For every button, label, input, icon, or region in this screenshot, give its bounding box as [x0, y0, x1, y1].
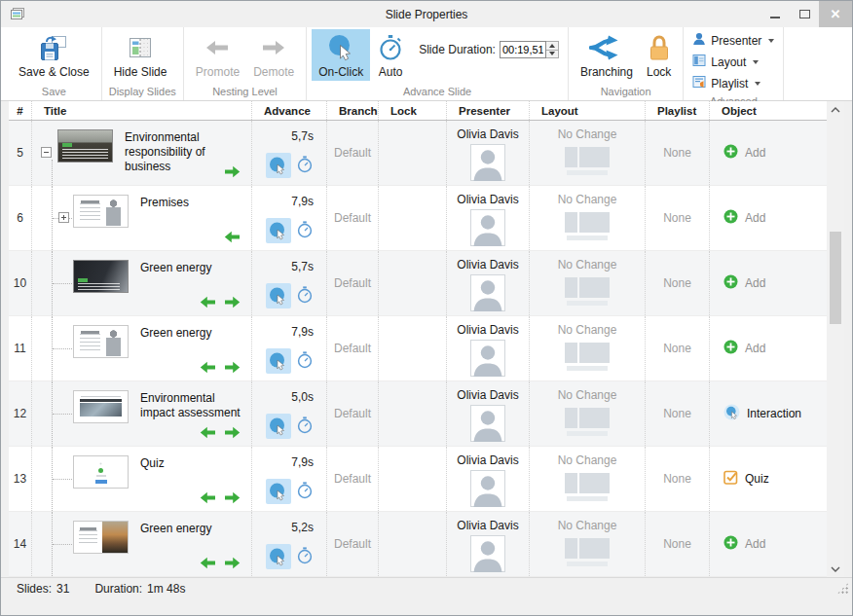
object-cell[interactable]: Interaction	[710, 381, 827, 446]
branching-cell[interactable]: Default	[327, 447, 379, 511]
slide-title-cell[interactable]: Green energy	[32, 512, 252, 576]
playlist-cell[interactable]: None	[646, 121, 710, 185]
presenter-cell[interactable]: Olivia Davis	[447, 251, 530, 315]
object-cell[interactable]: Add	[710, 121, 827, 185]
interaction-icon[interactable]	[723, 404, 740, 423]
on-click-toggle[interactable]	[266, 414, 291, 439]
auto-advance-toggle[interactable]	[296, 417, 314, 437]
playlist-cell[interactable]: None	[646, 316, 710, 380]
object-cell[interactable]: Add	[710, 186, 827, 250]
presenter-cell[interactable]: Olivia Davis	[447, 381, 530, 446]
spinner-down-button[interactable]	[546, 50, 558, 58]
slide-thumbnail[interactable]	[73, 455, 129, 489]
expand-toggle[interactable]	[58, 212, 69, 223]
object-cell[interactable]: Add	[710, 251, 827, 315]
object-cell[interactable]: Add	[710, 316, 827, 380]
playlist-cell[interactable]: None	[646, 186, 710, 250]
presenter-cell[interactable]: Olivia Davis	[447, 316, 530, 380]
table-row[interactable]: 5 Environmental responsibility of busine…	[9, 121, 827, 186]
slide-duration-input[interactable]	[500, 41, 546, 58]
layout-cell[interactable]: No Change	[530, 251, 646, 315]
advance-cell[interactable]: 5,2s	[252, 512, 327, 576]
on-click-toggle[interactable]	[266, 348, 291, 374]
scrollbar-track[interactable]	[827, 118, 844, 561]
presenter-cell[interactable]: Olivia Davis	[447, 512, 530, 576]
playlist-menu-button[interactable]: Playlist	[692, 75, 760, 91]
add-object-icon[interactable]	[723, 209, 738, 227]
table-row[interactable]: 13 Quiz 7,9s	[9, 447, 827, 512]
presenter-cell[interactable]: Olivia Davis	[447, 121, 530, 185]
lock-cell[interactable]	[379, 512, 447, 576]
slide-title-cell[interactable]: Environmental impact assessment	[32, 381, 252, 446]
add-object-icon[interactable]	[723, 340, 738, 357]
layout-cell[interactable]: No Change	[530, 316, 646, 380]
branching-cell[interactable]: Default	[327, 251, 379, 315]
on-click-toggle[interactable]	[266, 218, 291, 243]
object-cell[interactable]: Add	[710, 512, 827, 576]
layout-cell[interactable]: No Change	[530, 447, 646, 511]
layout-cell[interactable]: No Change	[530, 121, 646, 185]
layout-cell[interactable]: No Change	[530, 512, 646, 576]
slide-title-cell[interactable]: Premises	[32, 186, 252, 250]
slide-title-cell[interactable]: Green energy	[32, 316, 252, 380]
spinner-up-button[interactable]	[546, 42, 558, 50]
advance-cell[interactable]: 7,9s	[252, 447, 327, 511]
layout-menu-button[interactable]: Layout	[692, 54, 759, 70]
on-click-toggle[interactable]	[266, 283, 291, 308]
maximize-button[interactable]	[790, 1, 819, 27]
collapse-toggle[interactable]	[41, 147, 52, 158]
branching-cell[interactable]: Default	[327, 316, 379, 380]
demote-button[interactable]: Demote	[246, 29, 301, 81]
branching-cell[interactable]: Default	[327, 186, 379, 250]
auto-advance-toggle[interactable]	[296, 351, 314, 372]
table-row[interactable]: 6 Premises 7,9s	[9, 186, 827, 251]
table-row[interactable]: 11 Green energy 7,9s	[9, 316, 827, 381]
branching-cell[interactable]: Default	[327, 512, 379, 576]
add-object-icon[interactable]	[723, 144, 738, 162]
auto-advance-toggle[interactable]	[296, 547, 314, 567]
playlist-cell[interactable]: None	[646, 381, 710, 446]
table-row[interactable]: 10 Green energy 5,7s	[9, 251, 827, 316]
hide-slide-button[interactable]: Hide Slide	[107, 29, 174, 81]
presenter-cell[interactable]: Olivia Davis	[447, 186, 530, 250]
branching-button[interactable]: Branching	[574, 29, 640, 81]
slide-title-cell[interactable]: Environmental responsibility of business	[32, 121, 252, 185]
scroll-up-icon[interactable]	[827, 101, 844, 118]
auto-advance-toggle[interactable]	[296, 286, 314, 307]
object-cell[interactable]: Quiz	[710, 447, 827, 511]
vertical-scrollbar[interactable]	[827, 101, 844, 577]
add-object-icon[interactable]	[723, 535, 738, 553]
lock-cell[interactable]	[379, 316, 447, 380]
lock-cell[interactable]	[379, 447, 447, 511]
promote-button[interactable]: Promote	[189, 29, 246, 81]
on-click-toggle[interactable]	[266, 153, 291, 178]
lock-cell[interactable]	[379, 121, 447, 185]
lock-cell[interactable]	[379, 186, 447, 250]
auto-advance-toggle[interactable]	[296, 156, 314, 176]
duration-spinner[interactable]	[546, 41, 559, 58]
advance-cell[interactable]: 7,9s	[252, 186, 327, 250]
table-row[interactable]: 12 Environmental impact assessment 5,0s	[9, 381, 827, 447]
advance-cell[interactable]: 5,7s	[252, 121, 327, 185]
save-close-button[interactable]: Save & Close	[12, 29, 96, 81]
slide-thumbnail[interactable]	[73, 195, 129, 228]
auto-advance-toggle[interactable]	[296, 221, 314, 241]
scrollbar-thumb[interactable]	[830, 232, 841, 324]
slide-title-cell[interactable]: Green energy	[32, 251, 252, 315]
slide-thumbnail[interactable]	[73, 260, 129, 293]
playlist-cell[interactable]: None	[646, 251, 710, 315]
branching-cell[interactable]: Default	[327, 121, 379, 185]
slide-thumbnail[interactable]	[73, 325, 129, 358]
lock-cell[interactable]	[379, 251, 447, 315]
auto-advance-toggle[interactable]	[296, 482, 314, 502]
titlebar[interactable]: Slide Properties ✕	[1, 1, 852, 27]
table-row[interactable]: 14 Green energy 5,2s	[9, 512, 827, 577]
minimize-button[interactable]	[760, 1, 790, 27]
advance-cell[interactable]: 7,9s	[252, 316, 327, 380]
playlist-cell[interactable]: None	[646, 447, 710, 511]
close-button[interactable]: ✕	[819, 1, 852, 27]
presenter-menu-button[interactable]: Presenter	[692, 32, 774, 49]
auto-button[interactable]: Auto	[370, 29, 411, 81]
slide-thumbnail[interactable]	[73, 390, 129, 423]
slide-thumbnail[interactable]	[57, 129, 113, 163]
